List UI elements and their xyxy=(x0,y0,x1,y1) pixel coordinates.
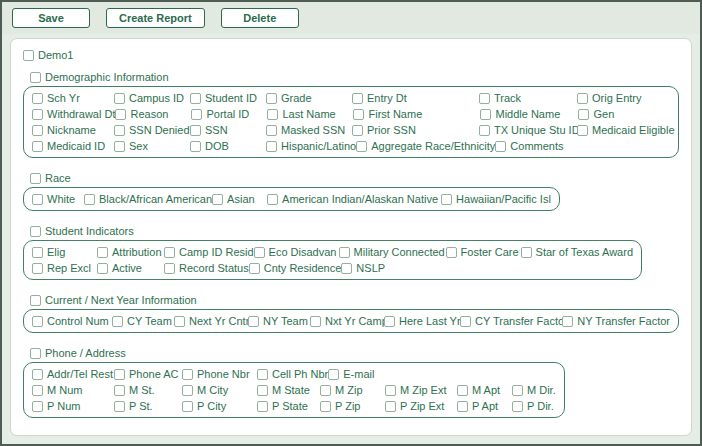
checkbox-icon[interactable] xyxy=(114,141,125,152)
checkbox-item[interactable]: Gen xyxy=(578,108,614,120)
checkbox-icon[interactable] xyxy=(114,401,125,412)
checkbox-item[interactable]: Military Connected xyxy=(339,246,446,258)
checkbox-icon[interactable] xyxy=(562,316,573,327)
checkbox-item-demo1[interactable]: Demo1 xyxy=(23,49,679,61)
checkbox-item[interactable]: Withdrawal Dt xyxy=(32,108,115,120)
checkbox-icon[interactable] xyxy=(248,316,259,327)
checkbox-icon[interactable] xyxy=(267,109,278,120)
checkbox-icon[interactable] xyxy=(191,109,202,120)
checkbox-item[interactable]: Last Name xyxy=(267,108,353,120)
checkbox-item[interactable]: Comments xyxy=(495,140,593,152)
checkbox-item[interactable]: Portal ID xyxy=(191,108,267,120)
checkbox-item[interactable]: P City xyxy=(182,400,257,412)
checkbox-item[interactable]: Sch Yr xyxy=(32,92,114,104)
checkbox-item[interactable]: Entry Dt xyxy=(352,92,479,104)
checkbox-item[interactable]: P Num xyxy=(32,400,114,412)
checkbox-item[interactable]: M Dir. xyxy=(512,384,556,396)
checkbox-icon[interactable] xyxy=(30,226,41,237)
checkbox-item[interactable]: Masked SSN xyxy=(266,124,352,136)
checkbox-item[interactable]: Reason xyxy=(115,108,191,120)
checkbox-item[interactable]: CY Team xyxy=(112,315,174,327)
checkbox-icon[interactable] xyxy=(23,50,34,61)
checkbox-icon[interactable] xyxy=(320,401,331,412)
checkbox-icon[interactable] xyxy=(114,93,125,104)
checkbox-icon[interactable] xyxy=(97,247,108,258)
checkbox-icon[interactable] xyxy=(352,93,363,104)
checkbox-item[interactable]: SSN xyxy=(190,124,266,136)
checkbox-icon[interactable] xyxy=(266,125,277,136)
section-checkbox-current-next-year-information[interactable]: Current / Next Year Information xyxy=(30,294,679,306)
create-report-button[interactable]: Create Report xyxy=(106,8,205,28)
checkbox-icon[interactable] xyxy=(460,316,471,327)
checkbox-item[interactable]: Prior SSN xyxy=(352,124,479,136)
checkbox-item[interactable]: American Indian/Alaskan Native xyxy=(267,193,441,205)
checkbox-icon[interactable] xyxy=(32,369,43,380)
checkbox-item[interactable]: Cell Ph Nbr xyxy=(257,368,328,380)
checkbox-icon[interactable] xyxy=(352,125,363,136)
checkbox-icon[interactable] xyxy=(190,125,201,136)
checkbox-item[interactable]: Orig Entry xyxy=(577,92,642,104)
checkbox-item[interactable]: CY Transfer Factor xyxy=(460,315,562,327)
checkbox-item[interactable]: Sex xyxy=(114,140,190,152)
checkbox-icon[interactable] xyxy=(212,194,223,205)
checkbox-icon[interactable] xyxy=(84,194,95,205)
checkbox-item[interactable]: Black/African American xyxy=(84,193,212,205)
checkbox-icon[interactable] xyxy=(257,401,268,412)
section-checkbox-student-indicators[interactable]: Student Indicators xyxy=(30,225,679,237)
checkbox-item[interactable]: M State xyxy=(257,384,320,396)
checkbox-icon[interactable] xyxy=(32,109,43,120)
checkbox-icon[interactable] xyxy=(182,401,193,412)
checkbox-icon[interactable] xyxy=(328,369,339,380)
checkbox-item[interactable]: Aggregate Race/Ethnicity xyxy=(356,140,495,152)
checkbox-icon[interactable] xyxy=(320,385,331,396)
checkbox-icon[interactable] xyxy=(578,109,589,120)
checkbox-icon[interactable] xyxy=(32,263,43,274)
checkbox-item[interactable]: M Zip Ext xyxy=(385,384,457,396)
checkbox-icon[interactable] xyxy=(190,141,201,152)
checkbox-item[interactable]: Active xyxy=(97,262,164,274)
section-checkbox-phone-address[interactable]: Phone / Address xyxy=(30,347,679,359)
checkbox-item[interactable]: Middle Name xyxy=(480,108,578,120)
checkbox-icon[interactable] xyxy=(353,109,364,120)
checkbox-icon[interactable] xyxy=(32,93,43,104)
checkbox-icon[interactable] xyxy=(577,93,588,104)
checkbox-icon[interactable] xyxy=(385,385,396,396)
checkbox-icon[interactable] xyxy=(457,385,468,396)
checkbox-icon[interactable] xyxy=(30,295,41,306)
checkbox-item[interactable]: Asian xyxy=(212,193,267,205)
checkbox-icon[interactable] xyxy=(495,141,506,152)
checkbox-icon[interactable] xyxy=(32,385,43,396)
checkbox-item[interactable]: M St. xyxy=(114,384,182,396)
checkbox-item[interactable]: DOB xyxy=(190,140,266,152)
checkbox-item[interactable]: White xyxy=(32,193,84,205)
checkbox-icon[interactable] xyxy=(30,348,41,359)
checkbox-item[interactable]: P Zip Ext xyxy=(385,400,457,412)
checkbox-item[interactable]: NY Team xyxy=(248,315,310,327)
checkbox-item[interactable]: P St. xyxy=(114,400,182,412)
checkbox-item[interactable]: Camp ID Resid xyxy=(164,246,254,258)
checkbox-item[interactable]: Hispanic/Latino xyxy=(266,140,356,152)
checkbox-item[interactable]: First Name xyxy=(353,108,480,120)
checkbox-icon[interactable] xyxy=(32,247,43,258)
checkbox-item[interactable]: Control Num xyxy=(32,315,112,327)
checkbox-item[interactable]: Cnty Residence xyxy=(249,262,342,274)
checkbox-item[interactable]: M Num xyxy=(32,384,114,396)
checkbox-icon[interactable] xyxy=(164,263,175,274)
checkbox-icon[interactable] xyxy=(341,263,352,274)
checkbox-item[interactable]: P Zip xyxy=(320,400,385,412)
checkbox-icon[interactable] xyxy=(339,247,350,258)
checkbox-icon[interactable] xyxy=(512,401,523,412)
checkbox-icon[interactable] xyxy=(479,125,490,136)
checkbox-item[interactable]: NSLP xyxy=(341,262,448,274)
checkbox-icon[interactable] xyxy=(266,93,277,104)
checkbox-item[interactable]: Nickname xyxy=(32,124,114,136)
delete-button[interactable]: Delete xyxy=(221,8,299,28)
checkbox-icon[interactable] xyxy=(32,141,43,152)
section-checkbox-race[interactable]: Race xyxy=(30,172,679,184)
checkbox-item[interactable]: NY Transfer Factor xyxy=(562,315,670,327)
checkbox-item[interactable]: Student ID xyxy=(190,92,266,104)
checkbox-icon[interactable] xyxy=(480,109,491,120)
checkbox-item[interactable]: Next Yr Cntrl xyxy=(174,315,248,327)
checkbox-icon[interactable] xyxy=(577,125,588,136)
checkbox-icon[interactable] xyxy=(112,316,123,327)
